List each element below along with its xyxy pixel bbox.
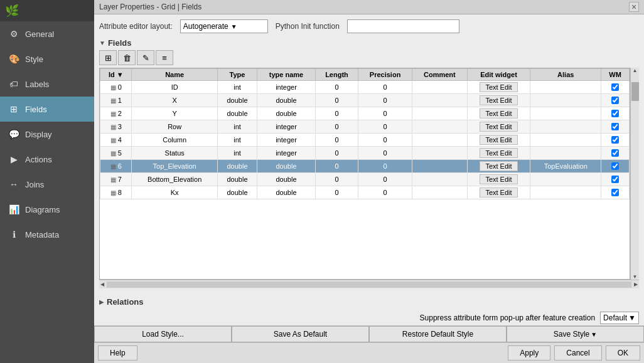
edit-widget-button[interactable]: Text Edit (480, 135, 517, 145)
wm-checkbox[interactable] (611, 136, 619, 144)
hscroll-right[interactable]: ▶ (633, 281, 639, 287)
table-row[interactable]: ▦ 1 X double double 0 0 Text Edit (100, 94, 630, 107)
sidebar-label-metadata: Metadata (25, 230, 59, 239)
vertical-scrollbar[interactable]: ▲ ▼ (630, 68, 639, 280)
edit-widget-button[interactable]: Text Edit (480, 95, 517, 105)
cell-comment (412, 120, 468, 134)
cell-wm[interactable] (601, 94, 630, 107)
delete-field-button[interactable]: 🗑 (118, 50, 136, 65)
load-style-button[interactable]: Load Style... (94, 326, 232, 342)
cell-wm[interactable] (601, 107, 630, 120)
toggle-edit-button[interactable]: ≡ (156, 50, 173, 65)
cell-editwidget[interactable]: Text Edit (467, 81, 530, 94)
edit-widget-button[interactable]: Text Edit (480, 161, 517, 171)
cell-wm[interactable] (601, 173, 630, 186)
cell-type: double (217, 107, 257, 120)
wm-checkbox[interactable] (611, 97, 619, 104)
sidebar-label-joins: Joins (25, 180, 44, 189)
sidebar-item-metadata[interactable]: ℹ Metadata (0, 222, 94, 247)
attr-editor-select[interactable]: Autogenerate ▼ (180, 19, 268, 33)
cell-id: ▦ 4 (100, 134, 132, 147)
actions-icon: ▶ (8, 153, 20, 166)
table-row[interactable]: ▦ 5 Status int integer 0 0 Text Edit (100, 147, 630, 160)
table-row[interactable]: ▦ 0 ID int integer 0 0 Text Edit (100, 81, 630, 94)
cell-alias (530, 173, 601, 186)
wm-checkbox[interactable] (611, 83, 619, 91)
fields-section-header[interactable]: ▼ Fields (99, 38, 639, 48)
sidebar-item-fields[interactable]: ⊞ Fields (0, 97, 94, 122)
action-buttons-right: Apply Cancel OK (508, 345, 640, 360)
cell-length: 0 (315, 94, 358, 107)
cell-name: ID (132, 81, 217, 94)
cell-editwidget[interactable]: Text Edit (467, 186, 530, 199)
sidebar-item-style[interactable]: 🎨 Style (0, 46, 94, 71)
cell-wm[interactable] (601, 186, 630, 199)
cell-editwidget[interactable]: Text Edit (467, 94, 530, 107)
cell-wm[interactable] (601, 134, 630, 147)
table-row[interactable]: ▦ 4 Column int integer 0 0 Text Edit (100, 134, 630, 147)
general-icon: ⚙ (8, 28, 20, 40)
cell-editwidget[interactable]: Text Edit (467, 173, 530, 186)
wm-checkbox[interactable] (611, 123, 619, 130)
python-input[interactable] (347, 19, 459, 33)
app-icon: 🌿 (5, 4, 19, 18)
cell-wm[interactable] (601, 81, 630, 94)
cell-wm[interactable] (601, 147, 630, 160)
cell-editwidget[interactable]: Text Edit (467, 120, 530, 134)
cancel-button[interactable]: Cancel (554, 345, 601, 360)
cell-comment (412, 160, 468, 173)
edit-widget-button[interactable]: Text Edit (480, 82, 517, 92)
suppress-select[interactable]: Default ▼ (600, 312, 639, 324)
wm-checkbox[interactable] (611, 149, 619, 157)
cell-comment (412, 107, 468, 120)
help-button[interactable]: Help (98, 345, 137, 360)
apply-button[interactable]: Apply (508, 345, 550, 360)
hscroll-left[interactable]: ◀ (99, 281, 105, 287)
cell-editwidget[interactable]: Text Edit (467, 107, 530, 120)
wm-checkbox[interactable] (611, 176, 619, 183)
edit-widget-button[interactable]: Text Edit (480, 187, 517, 197)
relations-header[interactable]: ▶ Relations (99, 293, 639, 309)
save-style-button[interactable]: Save Style ▼ (507, 326, 644, 342)
table-row[interactable]: ▦ 7 Bottom_Elevation double double 0 0 T… (100, 173, 630, 186)
edit-widget-button[interactable]: Text Edit (480, 108, 517, 118)
edit-widget-button[interactable]: Text Edit (480, 122, 517, 132)
table-row[interactable]: ▦ 8 Kx double double 0 0 Text Edit (100, 186, 630, 199)
table-row[interactable]: ▦ 2 Y double double 0 0 Text Edit (100, 107, 630, 120)
cell-editwidget[interactable]: Text Edit (467, 134, 530, 147)
sidebar-label-general: General (25, 29, 54, 39)
col-name: Name (132, 69, 217, 81)
cell-precision: 0 (358, 186, 412, 199)
sidebar-item-joins[interactable]: ↔ Joins (0, 172, 94, 197)
edit-field-button[interactable]: ✎ (137, 50, 154, 65)
sidebar-item-actions[interactable]: ▶ Actions (0, 147, 94, 172)
restore-style-button[interactable]: Restore Default Style (369, 326, 507, 342)
cell-wm[interactable] (601, 120, 630, 134)
wm-checkbox[interactable] (611, 189, 619, 196)
scroll-down-arrow[interactable]: ▼ (633, 274, 638, 280)
ok-button[interactable]: OK (606, 345, 640, 360)
scroll-thumb[interactable] (631, 82, 639, 101)
save-default-button[interactable]: Save As Default (232, 326, 369, 342)
sidebar-item-general[interactable]: ⚙ General (0, 21, 94, 46)
close-button[interactable]: × (629, 2, 639, 12)
sidebar-item-display[interactable]: 💬 Display (0, 122, 94, 147)
cell-editwidget[interactable]: Text Edit (467, 147, 530, 160)
cell-editwidget[interactable]: Text Edit (467, 160, 530, 173)
col-length: Length (315, 69, 358, 81)
horizontal-scrollbar[interactable]: ◀ ▶ (99, 280, 639, 288)
wm-checkbox[interactable] (611, 110, 619, 117)
table-row[interactable]: ▦ 3 Row int integer 0 0 Text Edit (100, 120, 630, 134)
table-row[interactable]: ▦ 6 Top_Elevation double double 0 0 Text… (100, 160, 630, 173)
edit-widget-button[interactable]: Text Edit (480, 174, 517, 184)
edit-widget-button[interactable]: Text Edit (480, 148, 517, 158)
cell-wm[interactable] (601, 160, 630, 173)
wm-checkbox[interactable] (611, 162, 619, 170)
sidebar-item-labels[interactable]: 🏷 Labels (0, 71, 94, 97)
new-field-button[interactable]: ⊞ (99, 50, 117, 65)
scroll-up-arrow[interactable]: ▲ (633, 68, 638, 73)
col-id[interactable]: Id ▼ (100, 69, 132, 81)
sidebar-item-diagrams[interactable]: 📊 Diagrams (0, 197, 94, 222)
fields-table-container[interactable]: Id ▼ Name Type type name Length Precisio… (99, 68, 630, 280)
cell-id: ▦ 8 (100, 186, 132, 199)
